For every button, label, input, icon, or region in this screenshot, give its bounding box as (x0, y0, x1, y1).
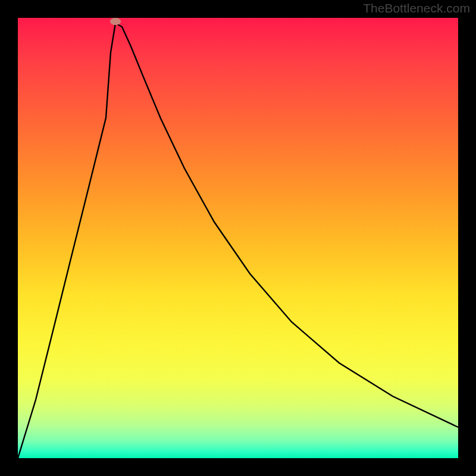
plot-area (18, 18, 458, 458)
watermark-label: TheBottleneck.com (363, 1, 470, 15)
optimum-marker (110, 18, 121, 25)
chart-frame: TheBottleneck.com (0, 0, 476, 476)
bottleneck-curve (18, 23, 458, 458)
curve-layer (18, 18, 458, 458)
